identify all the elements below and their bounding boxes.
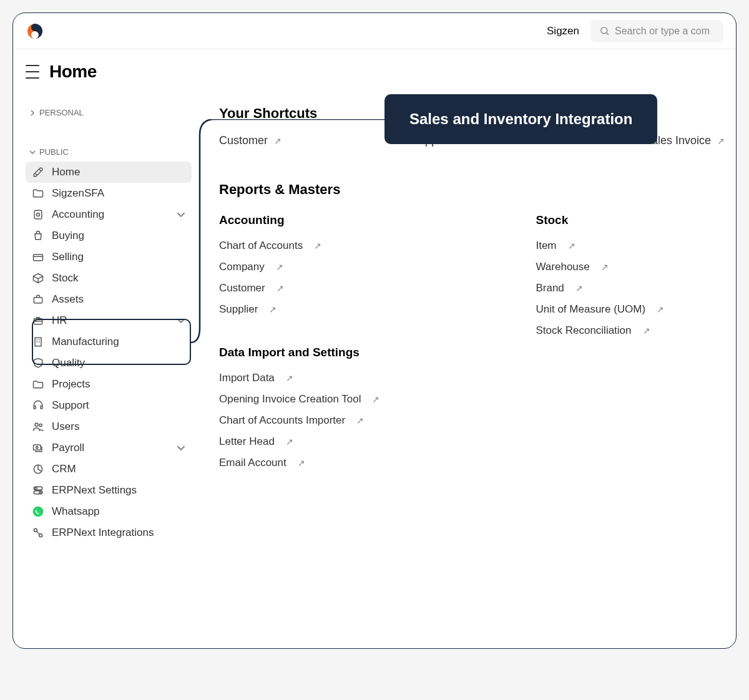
external-link-icon: ↗ (269, 304, 277, 314)
sidebar-item-accounting[interactable]: Accounting (26, 204, 192, 225)
sidebar-item-label: Accounting (52, 208, 169, 221)
sidebar-item-label: Manufacturing (52, 336, 185, 348)
building-icon (32, 336, 44, 348)
link-label: Company (219, 261, 265, 273)
col-stock: Stock Item↗ Warehouse↗ Brand↗ Unit of Me… (536, 213, 664, 469)
link-warehouse[interactable]: Warehouse↗ (536, 261, 664, 273)
chevron-right-icon (29, 110, 36, 116)
link-opening-invoice-tool[interactable]: Opening Invoice Creation Tool↗ (219, 393, 379, 406)
sidebar-group-personal[interactable]: PERSONAL (29, 108, 192, 117)
callout-tooltip: Sales and Inventory Integration (384, 94, 657, 144)
reports-title: Reports & Masters (219, 182, 725, 198)
sidebar-item-whatsapp[interactable]: Whatsapp (26, 501, 192, 522)
col-title-stock: Stock (536, 213, 664, 227)
sidebar-item-label: Home (52, 166, 185, 178)
link-company[interactable]: Company↗ (219, 261, 379, 273)
chevron-down-icon (177, 316, 185, 325)
sidebar-item-quality[interactable]: Quality (26, 352, 192, 374)
link-stock-reconciliation[interactable]: Stock Reconciliation↗ (536, 324, 664, 337)
svg-point-3 (37, 213, 40, 216)
chevron-down-icon (177, 444, 185, 452)
headset-icon (32, 399, 44, 412)
shortcut-label: Customer (219, 134, 268, 147)
accounting-links: Chart of Accounts↗ Company↗ Customer↗ Su… (219, 240, 379, 316)
sidebar-item-assets[interactable]: Assets (26, 289, 192, 310)
svg-point-17 (36, 447, 38, 449)
callout-text: Sales and Inventory Integration (409, 110, 632, 127)
sidebar-item-label: Whatsapp (52, 505, 185, 518)
link-brand[interactable]: Brand↗ (536, 282, 664, 294)
sidebar-item-selling[interactable]: Selling (26, 246, 192, 268)
external-link-icon: ↗ (286, 373, 293, 383)
chevron-down-icon (177, 210, 185, 219)
col-title-data-import: Data Import and Settings (219, 346, 379, 359)
sidebar-item-buying[interactable]: Buying (26, 225, 192, 246)
sidebar-group-public[interactable]: PUBLIC (29, 147, 192, 157)
sidebar-item-label: Projects (52, 378, 185, 391)
link-label: Item (536, 240, 556, 252)
svg-point-21 (35, 487, 37, 489)
sidebar-item-label: Buying (52, 230, 185, 242)
sidebar-item-label: Quality (52, 357, 185, 369)
reports-columns: Accounting Chart of Accounts↗ Company↗ C… (219, 213, 725, 469)
link-uom[interactable]: Unit of Measure (UOM)↗ (536, 303, 664, 316)
link-customer[interactable]: Customer↗ (219, 282, 379, 294)
svg-rect-9 (35, 338, 41, 346)
link-email-account[interactable]: Email Account↗ (219, 457, 379, 469)
sidebar-item-payroll[interactable]: Payroll (26, 437, 192, 459)
sidebar-item-sigzensfa[interactable]: SigzenSFA (26, 183, 192, 204)
link-label: Unit of Measure (UOM) (536, 303, 645, 316)
sidebar-item-users[interactable]: Users (26, 416, 192, 437)
link-label: Warehouse (536, 261, 589, 273)
link-label: Stock Reconciliation (536, 324, 631, 337)
sidebar-item-home[interactable]: Home (26, 162, 192, 183)
sidebar: Home PERSONAL PUBLIC Home SigzenSFA (13, 49, 200, 648)
external-link-icon: ↗ (643, 326, 650, 336)
link-coa-importer[interactable]: Chart of Accounts Importer↗ (219, 414, 379, 427)
sidebar-item-label: Selling (52, 251, 185, 263)
app-logo-icon (26, 22, 44, 41)
data-import-section: Data Import and Settings Import Data↗ Op… (219, 346, 379, 469)
sidebar-item-support[interactable]: Support (26, 395, 192, 416)
external-link-icon: ↗ (568, 241, 575, 251)
payroll-icon (32, 442, 44, 454)
link-supplier[interactable]: Supplier↗ (219, 303, 379, 316)
search-input[interactable] (615, 26, 715, 37)
sidebar-item-label: Payroll (52, 442, 169, 454)
svg-point-0 (601, 27, 607, 34)
link-letter-head[interactable]: Letter Head↗ (219, 435, 379, 448)
username-label[interactable]: Sigzen (547, 25, 579, 37)
sidebar-item-manufacturing[interactable]: Manufacturing (26, 331, 192, 352)
col-title-accounting: Accounting (219, 213, 379, 227)
sidebar-item-hr[interactable]: HR (26, 310, 192, 331)
whatsapp-icon (32, 505, 44, 518)
sidebar-item-stock[interactable]: Stock (26, 268, 192, 289)
svg-rect-16 (34, 445, 41, 450)
link-import-data[interactable]: Import Data↗ (219, 372, 379, 384)
folder-icon (32, 187, 44, 200)
sidebar-item-projects[interactable]: Projects (26, 374, 192, 395)
external-link-icon: ↗ (274, 136, 281, 146)
svg-point-22 (39, 492, 41, 493)
external-link-icon: ↗ (372, 394, 379, 404)
sidebar-item-crm[interactable]: CRM (26, 459, 192, 480)
external-link-icon: ↗ (298, 458, 305, 468)
external-link-icon: ↗ (277, 283, 284, 293)
search-box[interactable] (590, 20, 723, 42)
sidebar-item-erpnext-integrations[interactable]: ERPNext Integrations (26, 522, 192, 543)
hamburger-icon[interactable] (26, 65, 39, 79)
folder2-icon (32, 378, 44, 391)
link-label: Brand (536, 282, 564, 294)
sidebar-item-erpnext-settings[interactable]: ERPNext Settings (26, 480, 192, 501)
stock-links: Item↗ Warehouse↗ Brand↗ Unit of Measure … (536, 240, 664, 337)
shortcut-customer[interactable]: Customer ↗ (219, 134, 281, 147)
users-icon (32, 420, 44, 433)
pie-icon (32, 463, 44, 475)
briefcase2-icon (32, 314, 44, 327)
link-item[interactable]: Item↗ (536, 240, 664, 252)
integrations-icon (32, 527, 44, 539)
page-title-row: Home (26, 62, 192, 82)
link-chart-of-accounts[interactable]: Chart of Accounts↗ (219, 240, 379, 252)
topbar: Sigzen (13, 13, 736, 49)
sidebar-item-label: Users (52, 420, 185, 433)
